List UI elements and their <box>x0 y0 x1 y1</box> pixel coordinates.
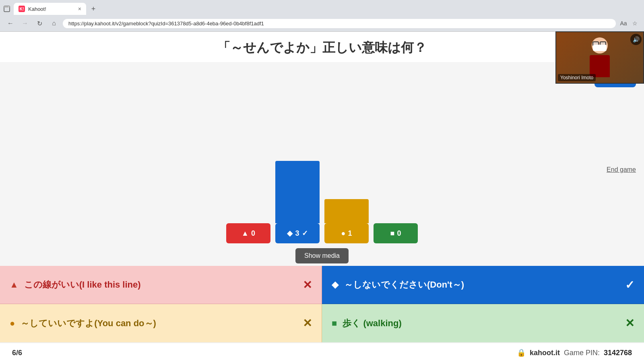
bar-label-blue: ◆ 3 ✓ <box>275 223 320 243</box>
footer-pin-label: Game PIN: <box>564 349 600 357</box>
svg-point-4 <box>7 6 8 7</box>
tab-title: Kahoot! <box>28 6 46 12</box>
browser-chrome: K! Kahoot! × + ← → ↻ ⌂ https://play.kaho… <box>0 0 644 32</box>
answer-result-blue: ✓ <box>625 278 634 292</box>
active-tab[interactable]: K! Kahoot! × <box>14 3 86 15</box>
back-button[interactable]: ← <box>5 18 16 29</box>
bar-group-red: ▲ 0 <box>226 223 270 243</box>
answer-shape-green: ■ <box>332 318 337 329</box>
reader-mode-icon[interactable]: Aa <box>619 19 628 28</box>
bar-label-green: ■ 0 <box>374 223 418 243</box>
answer-text-yellow: ～していいですよ(You can do～) <box>21 317 297 329</box>
browser-window-icon <box>3 5 10 12</box>
bar-group-blue: ◆ 3 ✓ <box>275 161 320 243</box>
bars-container: ▲ 0 ◆ 3 ✓ ● <box>226 163 418 243</box>
bar-group-yellow: ● 1 <box>324 199 369 243</box>
bar-count-yellow: 1 <box>348 229 352 238</box>
bar-count-green: 0 <box>397 229 401 238</box>
address-bar: ← → ↻ ⌂ https://play.kahoot.it/v2/gamebl… <box>0 15 644 31</box>
reload-button[interactable]: ↻ <box>34 18 45 29</box>
person-head <box>592 37 608 53</box>
lock-icon: 🔒 <box>517 348 526 357</box>
bar-shape-red: ▲ <box>242 229 249 238</box>
webcam-overlay: Yoshinori Imoto 🔊 <box>555 31 644 84</box>
answer-option-yellow: ● ～していいですよ(You can do～) ✕ <box>0 304 322 342</box>
new-tab-button[interactable]: + <box>88 3 99 14</box>
answer-result-yellow: ✕ <box>303 317 312 330</box>
answer-option-red: ▲ この線がいい(I like this line) ✕ <box>0 266 322 304</box>
forward-button[interactable]: → <box>19 18 31 29</box>
answer-option-blue: ◆ ～しないでください(Don't～) ✓ <box>322 266 644 304</box>
bar-count-blue: 3 <box>295 229 299 238</box>
svg-point-3 <box>6 6 7 7</box>
address-bar-right: Aa ☆ <box>619 19 639 28</box>
answer-result-green: ✕ <box>625 317 634 330</box>
answer-shape-blue: ◆ <box>332 280 339 290</box>
bar-shape-blue: ◆ <box>287 229 293 238</box>
answer-shape-yellow: ● <box>10 318 15 329</box>
bar-yellow <box>324 199 369 223</box>
bar-shape-green: ■ <box>390 229 395 238</box>
bar-check-blue: ✓ <box>302 229 308 238</box>
answer-result-red: ✕ <box>303 278 312 292</box>
tab-close-button[interactable]: × <box>78 6 81 12</box>
bar-shape-yellow: ● <box>341 229 346 238</box>
url-input[interactable]: https://play.kahoot.it/v2/gameblock?quiz… <box>63 19 616 28</box>
answer-option-green: ■ 歩く (walking) ✕ <box>322 304 644 342</box>
home-button[interactable]: ⌂ <box>48 18 60 29</box>
tab-bar: K! Kahoot! × + <box>0 0 644 15</box>
webcam-person-name: Yoshinori Imoto <box>558 74 596 81</box>
end-game-button[interactable]: End game <box>607 166 636 173</box>
webcam-person: Yoshinori Imoto 🔊 <box>556 32 643 83</box>
tab-favicon: K! <box>19 6 25 12</box>
webcam-audio-button[interactable]: 🔊 <box>630 34 642 45</box>
bar-label-yellow: ● 1 <box>324 223 369 243</box>
url-text: https://play.kahoot.it/v2/gameblock?quiz… <box>68 21 264 27</box>
footer: 6/6 🔒 kahoot.it Game PIN: 3142768 <box>0 342 644 362</box>
footer-progress: 6/6 <box>12 349 22 357</box>
bookmark-star-icon[interactable]: ☆ <box>630 19 639 28</box>
footer-domain: kahoot.it <box>530 349 560 357</box>
answers-grid: ▲ この線がいい(I like this line) ✕ ◆ ～しないでください… <box>0 266 644 342</box>
answer-text-blue: ～しないでください(Don't～) <box>344 279 619 291</box>
bar-label-red: ▲ 0 <box>226 223 270 243</box>
person-figure <box>586 37 614 78</box>
show-media-button[interactable]: Show media <box>295 248 349 263</box>
question-header: 「～せんでよか」正しい意味は何？ <box>0 32 644 63</box>
chart-inner: ▲ 0 ◆ 3 ✓ ● <box>0 63 644 266</box>
answer-text-green: 歩く (walking) <box>343 317 619 329</box>
bar-blue <box>275 161 320 223</box>
chart-area: Next ▲ 0 ◆ 3 ✓ <box>0 63 644 266</box>
footer-right: 🔒 kahoot.it Game PIN: 3142768 <box>517 348 632 357</box>
bar-group-green: ■ 0 <box>374 223 418 243</box>
person-mask <box>593 45 607 51</box>
footer-pin-number: 3142768 <box>604 349 632 357</box>
bar-count-red: 0 <box>251 229 255 238</box>
svg-point-2 <box>5 6 6 7</box>
answer-text-red: この線がいい(I like this line) <box>24 279 297 291</box>
question-text: 「～せんでよか」正しい意味は何？ <box>8 39 636 57</box>
answer-shape-red: ▲ <box>10 280 19 290</box>
main-page: 「～せんでよか」正しい意味は何？ Next ▲ 0 ◆ <box>0 32 644 362</box>
